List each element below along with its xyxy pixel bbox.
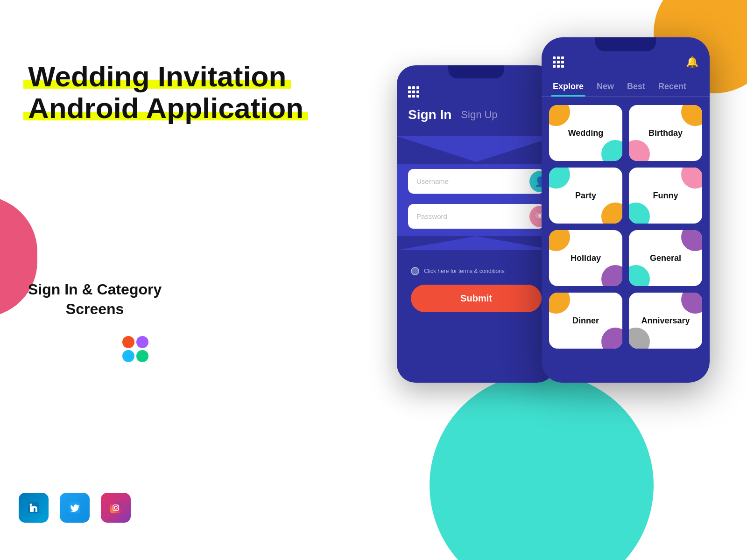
category-anniversary-label: Anniversary	[641, 316, 690, 326]
phone2-notch	[595, 37, 656, 51]
phone2-grid-icon	[553, 56, 564, 68]
username-field[interactable]: Username	[408, 169, 544, 194]
category-general-label: General	[650, 253, 681, 263]
figma-dot-purple	[136, 336, 148, 348]
left-content: Wedding Invitation Android Application	[28, 61, 303, 129]
instagram-icon[interactable]	[101, 493, 131, 523]
title-line1: Wedding Invitation	[28, 61, 286, 92]
category-anniversary[interactable]: Anniversary	[629, 293, 702, 349]
tab-explore[interactable]: Explore	[551, 77, 585, 96]
subtitle-text: Sign In & CategoryScreens	[28, 280, 162, 319]
svg-rect-4	[110, 502, 121, 513]
password-field-block: Password 👁	[408, 204, 544, 229]
password-placeholder: Password	[416, 212, 447, 220]
tab-signup[interactable]: Sign Up	[461, 109, 497, 121]
category-party[interactable]: Party	[549, 168, 622, 224]
bell-icon[interactable]: 🔔	[686, 56, 698, 68]
category-dinner-label: Dinner	[572, 316, 599, 326]
figma-logo	[121, 336, 149, 362]
deco-bottom-right	[430, 373, 654, 560]
figma-dot-blue	[122, 350, 134, 362]
tab-new[interactable]: New	[595, 77, 616, 96]
twitter-icon[interactable]	[60, 493, 90, 523]
social-icons	[19, 493, 131, 523]
terms-row: Click here for terms & conditions	[397, 258, 556, 285]
category-grid: Wedding Birthday Party Funny Holiday Gen…	[549, 105, 702, 349]
category-tabs: Explore New Best Recent	[542, 77, 710, 97]
phone-signin: Sign In Sign Up Username	[397, 65, 556, 383]
category-funny-label: Funny	[653, 191, 678, 201]
category-party-label: Party	[575, 191, 596, 201]
password-field[interactable]: Password	[408, 204, 544, 229]
phone1-notch	[448, 65, 504, 78]
title-line2: Android Application	[28, 92, 303, 124]
category-birthday[interactable]: Birthday	[629, 105, 702, 161]
phone2-header: 🔔	[542, 56, 710, 68]
username-placeholder: Username	[416, 177, 449, 185]
phone1-grid-icon	[408, 86, 419, 98]
svg-rect-1	[30, 506, 32, 512]
phones-area: Sign In Sign Up Username	[397, 37, 710, 383]
figma-dot-green	[136, 350, 148, 362]
signin-tabs: Sign In Sign Up	[397, 107, 556, 122]
tab-recent[interactable]: Recent	[656, 77, 688, 96]
tab-signin[interactable]: Sign In	[408, 107, 451, 122]
submit-button[interactable]: Submit	[411, 285, 542, 312]
category-funny[interactable]: Funny	[629, 168, 702, 224]
signin-screen: Sign In Sign Up Username	[397, 107, 556, 383]
category-wedding-label: Wedding	[568, 128, 604, 138]
subtitle-section: Sign In & CategoryScreens	[28, 280, 162, 319]
category-holiday-label: Holiday	[571, 253, 601, 263]
username-field-block: Username 👤	[408, 169, 544, 194]
category-birthday-label: Birthday	[648, 128, 683, 138]
category-holiday[interactable]: Holiday	[549, 230, 622, 286]
phone-category: 🔔 Explore New Best Recent Wedding Birthd…	[542, 37, 710, 383]
svg-point-2	[30, 504, 32, 506]
category-dinner[interactable]: Dinner	[549, 293, 622, 349]
figma-dot-red	[122, 336, 134, 348]
tab-best[interactable]: Best	[625, 77, 647, 96]
category-wedding[interactable]: Wedding	[549, 105, 622, 161]
linkedin-icon[interactable]	[19, 493, 49, 523]
terms-checkbox[interactable]	[411, 267, 419, 275]
terms-text[interactable]: Click here for terms & conditions	[424, 268, 505, 274]
svg-point-7	[118, 505, 119, 506]
main-title: Wedding Invitation Android Application	[28, 61, 303, 124]
category-general[interactable]: General	[629, 230, 702, 286]
